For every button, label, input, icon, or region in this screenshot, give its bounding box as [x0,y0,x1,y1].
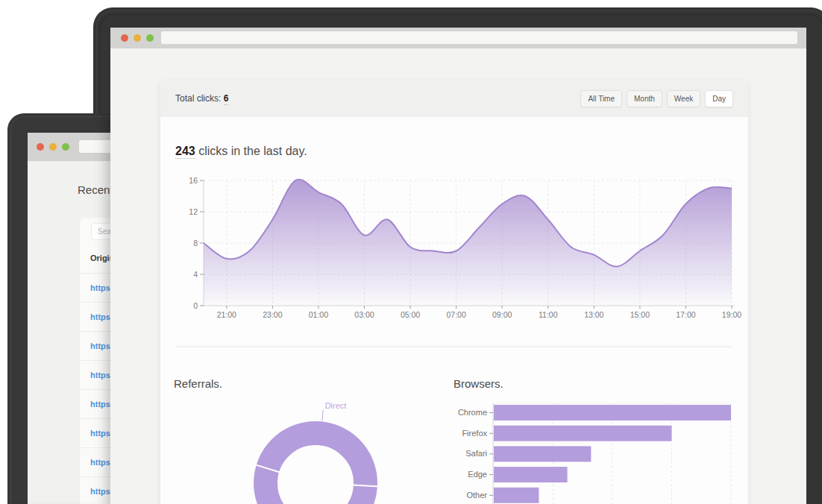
charts-canvas: 048121621:0023:0001:0003:0005:0007:0009:… [160,117,748,504]
svg-text:0: 0 [193,301,198,310]
svg-text:12: 12 [189,207,198,216]
recent-heading: Recent [78,183,110,196]
total-clicks-value: 6 [224,93,229,105]
filter-button-all-time[interactable]: All Time [580,90,622,107]
recent-links-card: Origin https://https://https://https://h… [80,218,110,504]
svg-text:17:00: 17:00 [676,310,695,319]
doughnut-label-direct: Direct [325,401,347,410]
browser-label-edge: Edge [468,470,487,479]
origin-link[interactable]: https:// [90,458,110,467]
url-bar[interactable] [79,140,110,153]
svg-text:07:00: 07:00 [446,310,465,319]
svg-text:23:00: 23:00 [263,310,282,319]
browser-bar-firefox [494,426,672,441]
origin-link[interactable]: https:// [90,371,110,379]
browser-bar-other [494,488,539,503]
origin-link[interactable]: https:// [90,283,110,292]
referrals-doughnut [266,433,365,504]
table-row: https:// [80,447,110,476]
table-row: https:// [80,476,110,504]
close-window-button[interactable] [37,143,44,151]
filter-button-week[interactable]: Week [667,90,700,107]
browser-bar-safari [494,446,591,462]
total-clicks-text: Total clicks: [175,93,221,104]
table-row: https:// [80,418,110,447]
analytics-card: Total clicks: 6 All TimeMonthWeekDay 243… [160,80,748,504]
links-table: https://https://https://https://https://… [80,273,110,504]
origin-link[interactable]: https:// [90,312,110,321]
filter-button-month[interactable]: Month [627,90,662,107]
origin-column-header: Origin [90,253,110,262]
maximize-window-button[interactable] [146,34,154,42]
filter-button-day[interactable]: Day [705,90,733,107]
referrals-heading: Referrals. [174,377,222,390]
window-controls [37,143,69,151]
url-bar[interactable] [161,31,797,44]
minimize-window-button[interactable] [49,143,57,151]
svg-text:8: 8 [193,239,198,248]
analytics-card-header: Total clicks: 6 All TimeMonthWeekDay [160,80,748,117]
main-browser-titlebar [110,28,806,48]
svg-text:13:00: 13:00 [584,310,603,319]
origin-link[interactable]: https:// [90,400,110,409]
svg-text:11:00: 11:00 [539,310,558,319]
maximize-window-button[interactable] [62,143,69,151]
total-clicks-label: Total clicks: 6 [175,93,228,104]
origin-link[interactable]: https:// [90,429,110,438]
window-controls [121,34,154,42]
origin-link[interactable]: https:// [90,341,110,350]
origin-link[interactable]: https:// [90,487,110,496]
svg-text:01:00: 01:00 [309,310,328,319]
main-browser-content: Total clicks: 6 All TimeMonthWeekDay 243… [110,28,806,504]
table-row: https:// [80,389,110,418]
svg-text:05:00: 05:00 [401,310,420,319]
browser-label-other: Other [466,491,487,500]
svg-text:16: 16 [189,176,198,185]
close-window-button[interactable] [121,34,128,42]
svg-text:19:00: 19:00 [722,310,741,319]
table-row: https:// [80,360,110,389]
table-row: https:// [80,302,110,331]
browser-label-chrome: Chrome [458,408,487,417]
browser-label-safari: Safari [465,449,487,458]
svg-text:09:00: 09:00 [492,310,512,319]
minimize-window-button[interactable] [134,34,141,42]
time-filter-group: All TimeMonthWeekDay [580,90,733,107]
search-input[interactable] [91,223,110,240]
browser-bar-chrome [494,405,731,420]
browser-bar-edge [494,467,568,482]
browsers-heading: Browsers. [454,377,503,390]
browser-label-firefox: Firefox [462,429,487,438]
table-row: https:// [80,331,110,360]
table-row: https:// [80,273,110,302]
svg-text:15:00: 15:00 [630,310,650,319]
svg-text:21:00: 21:00 [217,310,236,319]
background-browser-content: Recent Origin https://https://https://ht… [28,133,110,504]
svg-text:4: 4 [193,270,198,279]
main-browser-window-frame: Total clicks: 6 All TimeMonthWeekDay 243… [93,7,822,504]
background-browser-titlebar [28,133,110,161]
background-browser-window: Recent Origin https://https://https://ht… [7,113,110,504]
svg-text:03:00: 03:00 [354,310,374,319]
